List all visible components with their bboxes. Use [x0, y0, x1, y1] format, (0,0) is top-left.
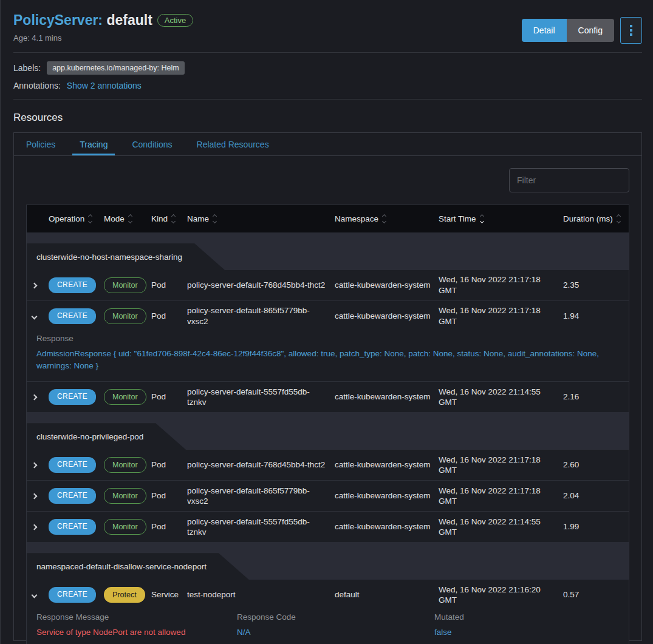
column-header[interactable]: Name [187, 214, 335, 223]
operation-cell: CREATE [49, 389, 104, 405]
expand-toggle[interactable] [27, 395, 49, 399]
column-header[interactable]: Operation [49, 214, 104, 223]
group-tab: clusterwide-no-privileged-pod [27, 423, 186, 450]
table-header: Operation Mode Kind Name Namespace Start… [27, 205, 629, 232]
column-header-label: Namespace [335, 214, 378, 223]
table-group: clusterwide-no-host-namespace-sharing CR… [27, 232, 629, 412]
column-header[interactable]: Kind [151, 214, 187, 223]
duration-cell: 2.35 [563, 280, 629, 291]
group-header: clusterwide-no-host-namespace-sharing [27, 232, 629, 270]
operation-badge: CREATE [49, 389, 96, 405]
tab-policies[interactable]: Policies [14, 133, 67, 155]
tabstrip: Policies Tracing Conditions Related Reso… [14, 133, 641, 156]
filter-row [26, 168, 629, 192]
label-chip: app.kubernetes.io/managed-by: Helm [47, 61, 184, 75]
show-annotations-link[interactable]: Show 2 annotations [67, 81, 142, 90]
kind-cell: Pod [151, 490, 187, 501]
detail-field-value: false [434, 626, 617, 639]
kind-cell: Pod [151, 521, 187, 532]
table-row: CREATE Monitor Pod policy-server-default… [27, 450, 629, 480]
group-rows: CREATE Protect Service test-nodeport def… [27, 580, 629, 644]
mode-badge: Monitor [104, 488, 146, 504]
trace-row: CREATE Monitor Pod policy-server-default… [27, 481, 629, 511]
trace-row: CREATE Monitor Pod policy-server-default… [27, 270, 629, 300]
sort-icon [383, 215, 386, 223]
detail-field: Response Code N/A [237, 612, 434, 639]
kind-cell: Pod [151, 280, 187, 291]
operation-cell: CREATE [49, 308, 104, 324]
mode-cell: Monitor [104, 308, 151, 324]
chevron-icon [31, 592, 37, 598]
column-header[interactable]: Namespace [335, 214, 439, 223]
sort-icon [617, 215, 620, 223]
column-header[interactable]: Duration (ms) [563, 214, 629, 223]
expand-toggle[interactable] [27, 314, 49, 319]
operation-badge: CREATE [49, 308, 96, 324]
operation-badge: CREATE [49, 457, 96, 473]
sort-up-icon [479, 214, 484, 219]
table-group: clusterwide-no-privileged-pod CREATE Mon… [27, 412, 629, 542]
sort-up-icon [128, 214, 132, 219]
column-header-label: Mode [104, 214, 125, 223]
column-header-label: Duration (ms) [563, 214, 613, 223]
sort-up-icon [171, 214, 176, 219]
detail-field-label: Mutated [434, 612, 617, 622]
start-time-cell: Wed, 16 Nov 2022 21:14:55 GMT [439, 517, 563, 538]
panel-body: Operation Mode Kind Name Namespace Start… [14, 156, 641, 644]
sort-up-icon [213, 214, 217, 219]
expand-toggle[interactable] [27, 463, 49, 467]
trace-row: CREATE Monitor Pod policy-server-default… [27, 450, 629, 480]
column-header-label: Kind [151, 214, 168, 223]
namespace-cell: cattle-kubewarden-system [335, 391, 439, 402]
group-tab-label: clusterwide-no-host-namespace-sharing [36, 253, 182, 262]
expand-toggle[interactable] [27, 593, 49, 597]
resource-kind: PolicyServer: [13, 12, 103, 28]
sort-down-icon [382, 219, 386, 223]
tab-label: Tracing [80, 140, 108, 149]
actions-menu-button[interactable] [620, 17, 642, 44]
detail-field-value: AdmissionResponse { uid: "61fed706-898f-… [36, 348, 617, 371]
name-cell: policy-server-default-768d45bb4-thct2 [187, 459, 335, 470]
table-row: CREATE Monitor Pod policy-server-default… [27, 300, 629, 381]
column-header-label: Start Time [439, 214, 476, 223]
resource-name: default [106, 12, 152, 28]
labels-row: Labels: app.kubernetes.io/managed-by: He… [13, 61, 642, 75]
row-detail: Response Message Service of type NodePor… [27, 610, 629, 644]
sort-up-icon [617, 214, 621, 219]
sort-icon [213, 215, 216, 223]
tab-tracing[interactable]: Tracing [67, 133, 120, 155]
kebab-icon [630, 29, 632, 32]
column-header[interactable]: Start Time [439, 214, 563, 223]
column-header-label: Operation [49, 214, 84, 223]
column-header[interactable]: Mode [104, 214, 151, 223]
chevron-icon [31, 462, 37, 468]
mode-badge: Monitor [104, 308, 146, 324]
row-detail: Response AdmissionResponse { uid: "61fed… [27, 331, 629, 381]
config-button[interactable]: Config [567, 19, 614, 42]
chevron-icon [31, 524, 37, 530]
name-cell: policy-server-default-865f5779bb-vxsc2 [187, 305, 335, 327]
operation-cell: CREATE [49, 277, 104, 293]
start-time-cell: Wed, 16 Nov 2022 21:17:18 GMT [439, 486, 563, 507]
tab-conditions[interactable]: Conditions [120, 133, 184, 155]
tab-related-resources[interactable]: Related Resources [185, 133, 281, 155]
sort-down-icon [128, 219, 132, 223]
filter-input[interactable] [509, 168, 629, 192]
mode-badge: Monitor [104, 519, 146, 535]
mode-cell: Monitor [104, 389, 151, 405]
tab-label: Conditions [132, 140, 172, 149]
expand-toggle[interactable] [27, 494, 49, 498]
duration-cell: 1.99 [563, 521, 629, 532]
detail-field-value: Service of type NodePort are not allowed [36, 626, 225, 639]
detail-field-value: N/A [237, 626, 422, 639]
group-header: clusterwide-no-privileged-pod [27, 412, 629, 450]
operation-badge: CREATE [49, 488, 96, 504]
divider [13, 52, 642, 53]
namespace-cell: cattle-kubewarden-system [335, 459, 439, 470]
mode-cell: Monitor [104, 277, 151, 293]
trace-row: CREATE Protect Service test-nodeport def… [27, 580, 629, 610]
detail-button[interactable]: Detail [522, 19, 567, 42]
expand-toggle[interactable] [27, 525, 49, 529]
expand-toggle[interactable] [27, 283, 49, 288]
table-row: CREATE Protect Service test-nodeport def… [27, 580, 629, 644]
